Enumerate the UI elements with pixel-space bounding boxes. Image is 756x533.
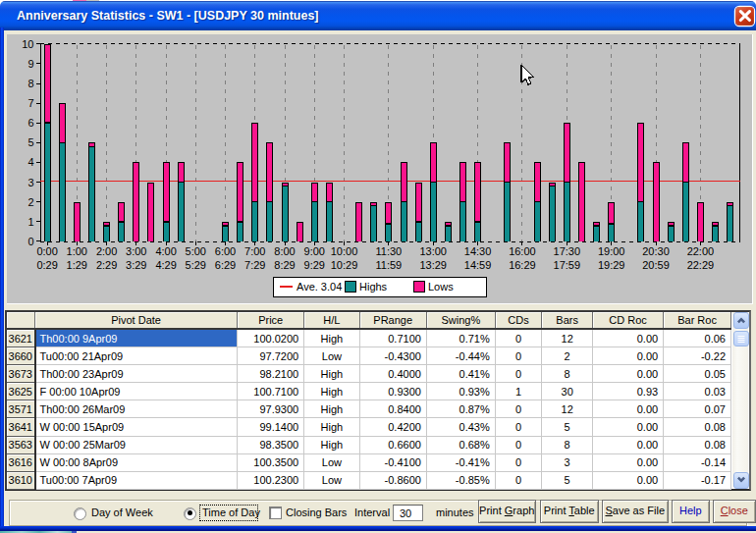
svg-text:9:29: 9:29 [304, 259, 325, 271]
svg-text:11:59: 11:59 [376, 259, 403, 271]
svg-text:11:30: 11:30 [376, 245, 403, 257]
svg-text:7: 7 [27, 97, 33, 109]
svg-text:1:29: 1:29 [67, 259, 87, 271]
svg-text:5: 5 [27, 136, 33, 148]
svg-text:4: 4 [27, 156, 33, 168]
svg-text:8: 8 [27, 78, 33, 89]
svg-text:7:00: 7:00 [244, 245, 265, 257]
svg-text:20:30: 20:30 [642, 245, 670, 257]
svg-text:3:00: 3:00 [126, 245, 146, 257]
svg-text:14:59: 14:59 [464, 259, 492, 271]
svg-text:5:00: 5:00 [186, 245, 206, 257]
svg-text:6:29: 6:29 [215, 259, 236, 271]
svg-text:0:29: 0:29 [36, 259, 57, 271]
svg-text:9:00: 9:00 [304, 245, 325, 257]
svg-text:4:29: 4:29 [155, 259, 176, 271]
svg-text:22:00: 22:00 [687, 245, 715, 257]
svg-text:17:59: 17:59 [554, 259, 581, 271]
svg-text:16:00: 16:00 [509, 245, 536, 257]
svg-text:19:00: 19:00 [598, 245, 625, 257]
svg-text:0: 0 [27, 236, 33, 247]
svg-text:3: 3 [27, 177, 33, 188]
svg-text:10: 10 [22, 38, 33, 50]
svg-text:3:29: 3:29 [126, 259, 146, 271]
svg-text:1: 1 [27, 216, 33, 228]
svg-text:14:30: 14:30 [464, 245, 492, 257]
svg-text:4:00: 4:00 [155, 245, 176, 257]
svg-text:9: 9 [27, 58, 33, 70]
svg-text:10:00: 10:00 [331, 245, 358, 257]
svg-text:Ave. 3.04: Ave. 3.04 [297, 281, 342, 293]
svg-text:13:29: 13:29 [419, 259, 447, 271]
svg-text:7:29: 7:29 [244, 259, 265, 271]
svg-text:2: 2 [27, 196, 33, 208]
svg-text:6: 6 [27, 117, 33, 129]
svg-text:0:00: 0:00 [36, 245, 57, 257]
svg-text:2:00: 2:00 [96, 245, 117, 257]
svg-text:17:30: 17:30 [554, 245, 581, 257]
svg-text:20:59: 20:59 [642, 259, 670, 271]
svg-text:13:00: 13:00 [419, 245, 447, 257]
svg-text:6:00: 6:00 [215, 245, 236, 257]
svg-text:8:00: 8:00 [274, 245, 295, 257]
svg-text:22:29: 22:29 [687, 259, 715, 271]
svg-text:5:29: 5:29 [186, 259, 206, 271]
svg-text:8:29: 8:29 [274, 259, 295, 271]
svg-text:1:00: 1:00 [67, 245, 87, 257]
svg-text:10:29: 10:29 [331, 259, 358, 271]
svg-text:16:29: 16:29 [509, 259, 536, 271]
svg-text:2:29: 2:29 [96, 259, 117, 271]
svg-text:19:29: 19:29 [598, 259, 625, 271]
svg-text:Highs: Highs [359, 281, 388, 293]
svg-text:Lows: Lows [428, 281, 454, 293]
